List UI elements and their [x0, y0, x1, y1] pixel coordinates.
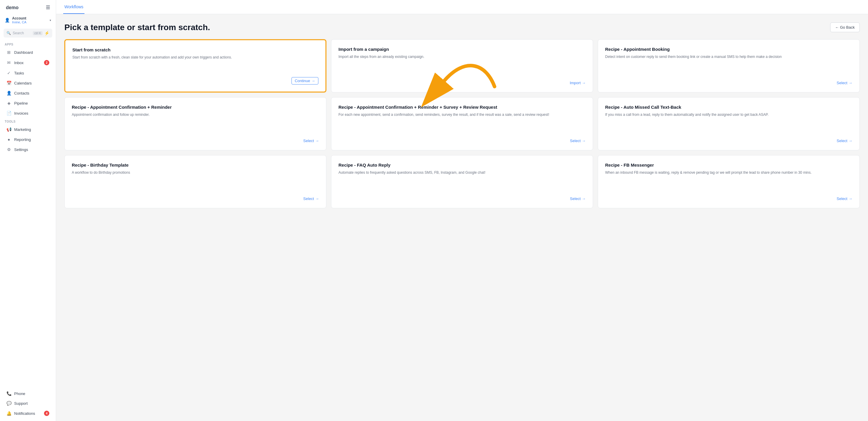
select-action[interactable]: Select → — [72, 139, 319, 143]
chevron-down-icon: ▾ — [50, 19, 51, 22]
card-desc: Start from scratch with a fresh, clean s… — [72, 55, 318, 66]
continue-button[interactable]: Continue → — [291, 77, 318, 85]
account-name: Account — [12, 16, 47, 20]
sidebar-item-dashboard[interactable]: ⊞ Dashboard — [2, 48, 54, 57]
sidebar-item-label: Settings — [14, 147, 49, 152]
sidebar-item-label: Marketing — [14, 127, 49, 132]
sidebar-item-inbox[interactable]: ✉ Inbox 2 — [2, 58, 54, 68]
sidebar-item-label: Reporting — [14, 138, 49, 142]
sidebar-item-label: Tasks — [14, 71, 49, 76]
sidebar-item-invoices[interactable]: 📄 Invoices — [2, 109, 54, 118]
template-card-fb-messenger[interactable]: Recipe - FB Messenger When an inbound FB… — [598, 155, 860, 208]
arrow-right-icon: → — [582, 197, 586, 201]
card-desc: Import all the steps from an already exi… — [338, 54, 586, 76]
invoices-icon: 📄 — [6, 111, 11, 116]
sidebar-item-marketing[interactable]: 📢 Marketing — [2, 125, 54, 134]
sidebar-item-phone[interactable]: 📞 Phone — [2, 389, 54, 398]
dashboard-icon: ⊞ — [6, 50, 11, 55]
account-location: Irvine, CA — [12, 20, 47, 24]
template-card-appointment-booking[interactable]: Recipe - Appointment Booking Detect inte… — [598, 39, 860, 92]
select-label: Select — [837, 197, 847, 201]
calendars-icon: 📅 — [6, 81, 11, 85]
back-button[interactable]: ← Go Back — [830, 23, 860, 32]
card-title: Import from a campaign — [338, 47, 586, 52]
select-action[interactable]: Select → — [72, 197, 319, 201]
menu-icon[interactable]: ☰ — [46, 5, 50, 10]
workflows-tab[interactable]: Workflows — [63, 0, 85, 14]
page-title: Pick a template or start from scratch. — [64, 23, 210, 32]
card-desc: Automate replies to frequently asked que… — [338, 170, 586, 192]
sidebar-logo: demo ☰ — [0, 0, 56, 14]
template-card-import-from-campaign[interactable]: Import from a campaign Import all the st… — [331, 39, 593, 92]
sidebar-item-pipeline[interactable]: ◈ Pipeline — [2, 98, 54, 108]
search-shortcut: ctrl K — [33, 31, 42, 35]
template-grid-wrapper: Start from scratch Start from scratch wi… — [64, 39, 860, 208]
card-title: Recipe - Appointment Confirmation + Remi… — [338, 104, 586, 110]
sidebar-item-label: Support — [14, 401, 49, 405]
template-card-appt-confirmation-reminder-survey[interactable]: Recipe - Appointment Confirmation + Remi… — [331, 97, 593, 150]
template-grid: Start from scratch Start from scratch wi… — [64, 39, 860, 208]
marketing-icon: 📢 — [6, 127, 11, 132]
arrow-right-icon: → — [311, 79, 315, 83]
sidebar-item-reporting[interactable]: ● Reporting — [2, 135, 54, 144]
card-title: Recipe - Appointment Confirmation + Remi… — [72, 104, 319, 110]
logo-text: demo — [6, 5, 19, 10]
sidebar: demo ☰ 👤 Account Irvine, CA ▾ 🔍 Search c… — [0, 0, 56, 421]
notifications-icon: 🔔 — [6, 411, 11, 416]
select-action[interactable]: Select → — [605, 197, 852, 201]
template-card-auto-missed-call[interactable]: Recipe - Auto Missed Call Text-Back If y… — [598, 97, 860, 150]
reporting-icon: ● — [6, 137, 11, 142]
account-section[interactable]: 👤 Account Irvine, CA ▾ — [0, 14, 56, 28]
template-card-birthday-template[interactable]: Recipe - Birthday Template A workflow to… — [64, 155, 327, 208]
pipeline-icon: ◈ — [6, 101, 11, 106]
select-label: Select — [570, 139, 581, 143]
import-label: Import — [570, 81, 581, 85]
template-card-faq-auto-reply[interactable]: Recipe - FAQ Auto Reply Automate replies… — [331, 155, 593, 208]
inbox-badge: 2 — [44, 60, 49, 65]
arrow-right-icon: → — [315, 139, 319, 143]
select-label: Select — [570, 197, 581, 201]
card-title: Recipe - FB Messenger — [605, 162, 852, 168]
arrow-right-icon: → — [582, 81, 586, 85]
select-label: Select — [303, 197, 314, 201]
card-title: Recipe - Birthday Template — [72, 162, 319, 168]
card-desc: For each new appointment, send a confirm… — [338, 112, 586, 134]
sidebar-item-contacts[interactable]: 👤 Contacts — [2, 88, 54, 98]
card-title: Start from scratch — [72, 47, 318, 52]
card-desc: Detect intent on customer reply to send … — [605, 54, 852, 76]
tools-section-label: Tools — [0, 118, 56, 124]
sidebar-item-tasks[interactable]: ✓ Tasks — [2, 68, 54, 78]
card-title: Recipe - Auto Missed Call Text-Back — [605, 104, 852, 110]
phone-icon: 📞 — [6, 391, 11, 396]
sidebar-item-calendars[interactable]: 📅 Calendars — [2, 78, 54, 88]
arrow-right-icon: → — [848, 139, 852, 143]
sidebar-item-label: Invoices — [14, 111, 49, 116]
import-action[interactable]: Import → — [338, 81, 586, 85]
template-card-start-from-scratch[interactable]: Start from scratch Start from scratch wi… — [64, 39, 327, 92]
sidebar-item-notifications[interactable]: 🔔 Notifications 4 — [2, 408, 54, 418]
select-label: Select — [303, 139, 314, 143]
select-action[interactable]: Select → — [605, 139, 852, 143]
lightning-icon: ⚡ — [44, 31, 49, 35]
settings-icon: ⚙ — [6, 147, 11, 152]
sidebar-item-support[interactable]: 💬 Support — [2, 398, 54, 408]
sidebar-item-settings[interactable]: ⚙ Settings — [2, 145, 54, 154]
arrow-right-icon: → — [848, 197, 852, 201]
arrow-right-icon: → — [848, 81, 852, 85]
select-action[interactable]: Select → — [338, 139, 586, 143]
sidebar-bottom: 📞 Phone 💬 Support 🔔 Notifications 4 — [0, 389, 56, 421]
top-nav: Workflows — [56, 0, 868, 14]
search-bar[interactable]: 🔍 Search ctrl K ⚡ — [4, 29, 52, 37]
arrow-right-icon: → — [315, 197, 319, 201]
template-card-appt-confirmation-reminder[interactable]: Recipe - Appointment Confirmation + Remi… — [64, 97, 327, 150]
card-desc: When an inbound FB message is waiting, r… — [605, 170, 852, 192]
apps-section-label: Apps — [0, 41, 56, 47]
card-title: Recipe - Appointment Booking — [605, 47, 852, 52]
card-title: Recipe - FAQ Auto Reply — [338, 162, 586, 168]
select-action[interactable]: Select → — [338, 197, 586, 201]
continue-label: Continue — [295, 79, 310, 83]
sidebar-item-label: Dashboard — [14, 50, 49, 55]
select-action[interactable]: Select → — [605, 81, 852, 85]
support-icon: 💬 — [6, 401, 11, 405]
arrow-right-icon: → — [582, 139, 586, 143]
